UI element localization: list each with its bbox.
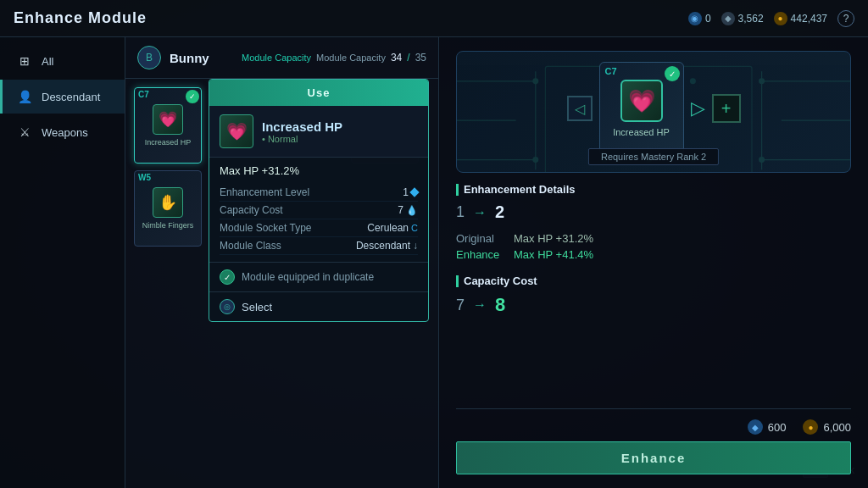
currency-crystal: ◆ 3,562 xyxy=(721,12,764,25)
select-label: Select xyxy=(242,301,272,313)
sidebar-item-descendant[interactable]: 👤 Descendant xyxy=(0,80,125,114)
module-icon-nimble: ✋ xyxy=(153,187,183,218)
preview-module-card: C7 ✓ 💗 Increased HP xyxy=(599,62,684,155)
cap-arrow-icon: → xyxy=(473,297,487,313)
module-rank-w5: W5 xyxy=(138,173,151,182)
avatar-letter: B xyxy=(146,52,153,64)
window-title: Enhance Module xyxy=(14,9,147,27)
stat-value-level: 1 xyxy=(403,186,418,198)
popup-equipped: ✓ Module equipped in duplicate xyxy=(209,263,428,292)
capacity-label: Module Capacity xyxy=(242,53,311,63)
cost-blue-value: 600 xyxy=(768,421,787,434)
currency-orb-value: 0 xyxy=(705,13,711,25)
capacity-label-text: Module Capacity xyxy=(316,53,386,63)
sidebar-weapons-label: Weapons xyxy=(42,126,88,139)
right-arrow-icon: ▷ xyxy=(691,97,705,119)
content-area: ⊞ All 👤 Descendant ⚔ Weapons B Bunny Mo xyxy=(0,37,868,488)
use-button[interactable]: Use xyxy=(209,80,428,106)
popup-stat-main: Max HP +31.2% xyxy=(220,164,418,177)
level-arrow-icon: → xyxy=(473,205,487,220)
module-rank-c7: C7 xyxy=(138,90,149,99)
capacity-compare: 7 → 8 xyxy=(456,294,851,316)
top-bar-right: ◉ 0 ◆ 3,562 ● 442,437 ? xyxy=(688,10,854,27)
cap-to: 8 xyxy=(495,294,505,316)
gold-coin-icon: ● xyxy=(803,419,818,435)
capacity-cost-title: Capacity Cost xyxy=(456,274,851,287)
enhancement-details-title: Enhancement Details xyxy=(456,183,851,196)
original-value: Max HP +31.2% xyxy=(514,232,593,245)
stat-value-socket: Cerulean C xyxy=(367,222,418,234)
module-name-hp: Increased HP xyxy=(145,138,192,147)
stat-value-class: Descendant ↓ xyxy=(356,240,418,252)
cost-gold-coins: ● 6,000 xyxy=(803,419,851,435)
popup-stat-row-class: Module Class Descendant ↓ xyxy=(220,237,418,255)
main-container: Enhance Module ◉ 0 ◆ 3,562 ● 442,437 ? ⊞… xyxy=(0,0,868,488)
enhancement-level: 1 → 2 xyxy=(456,202,851,222)
sidebar-item-all[interactable]: ⊞ All xyxy=(0,44,125,78)
module-capacity: Module Capacity Module Capacity 34 / 35 xyxy=(242,52,426,64)
section-bar-icon xyxy=(456,184,459,196)
capacity-current: 34 xyxy=(391,52,402,64)
currency-gold-icon: ● xyxy=(774,12,787,25)
currency-gold-value: 442,437 xyxy=(791,13,827,25)
sidebar-item-weapons[interactable]: ⚔ Weapons xyxy=(0,115,125,149)
enhance-button[interactable]: Enhance xyxy=(456,441,851,474)
mastery-text: Requires Mastery Rank 2 xyxy=(601,152,706,162)
popup-stat-row-level: Enhancement Level 1 xyxy=(220,184,418,202)
module-icon-hp: 💗 xyxy=(153,104,183,135)
enhance-label: Enhance xyxy=(456,248,507,261)
stat-label-level: Enhancement Level xyxy=(220,186,309,198)
level-from: 1 xyxy=(456,203,465,221)
sidebar-descendant-label: Descendant xyxy=(42,91,100,103)
popup-stat-row-cost: Capacity Cost 7 💧 xyxy=(220,202,418,219)
popup-stat-row-socket: Module Socket Type Cerulean C xyxy=(220,219,418,237)
module-row-1: C7 ✓ 💗 Increased HP Use 💗 Increased HP •… xyxy=(134,87,430,164)
currency-gold: ● 442,437 xyxy=(774,12,827,25)
stat-label-socket: Module Socket Type xyxy=(220,222,312,234)
preview-module-icon: 💗 xyxy=(620,80,663,122)
popup-module-name: Increased HP xyxy=(262,119,342,134)
module-card-increased-hp[interactable]: C7 ✓ 💗 Increased HP xyxy=(134,87,202,164)
all-icon: ⊞ xyxy=(16,53,33,69)
descendant-icon: 👤 xyxy=(16,88,33,105)
currency-crystal-value: 3,562 xyxy=(738,13,764,25)
class-icon: ↓ xyxy=(413,240,418,252)
currency-orb: ◉ 0 xyxy=(688,12,711,25)
svg-point-15 xyxy=(690,78,696,84)
capacity-max: 35 xyxy=(415,52,426,64)
currency-orb-icon: ◉ xyxy=(688,12,702,25)
cap-from: 7 xyxy=(456,297,465,314)
enhance-bottom: ◆ 600 ● 6,000 Enhance xyxy=(456,408,851,474)
character-avatar: B xyxy=(137,46,161,69)
select-button[interactable]: ◎ Select xyxy=(209,292,428,321)
equipped-check-icon: ✓ xyxy=(220,269,235,285)
currency-crystal-icon: ◆ xyxy=(721,12,735,25)
capacity-cost-section: Capacity Cost 7 → 8 xyxy=(456,274,851,316)
popup-stats: Max HP +31.2% Enhancement Level 1 Capaci… xyxy=(209,158,428,263)
preview-rank: C7 xyxy=(605,66,617,76)
preview-module-name: Increased HP xyxy=(613,127,670,137)
module-popup: Use 💗 Increased HP • Normal Max HP +31.2… xyxy=(209,79,429,322)
level-to: 2 xyxy=(495,202,504,222)
select-icon: ◎ xyxy=(220,299,235,314)
capacity-separator: / xyxy=(407,52,409,64)
socket-type-icon: C xyxy=(411,223,418,233)
sidebar: ⊞ All 👤 Descendant ⚔ Weapons xyxy=(0,37,125,488)
character-name: Bunny xyxy=(170,51,209,65)
circuit-container: ◁ C7 ✓ 💗 Increased HP ▷ + Requires Maste… xyxy=(456,51,851,173)
equipped-label: Module equipped in duplicate xyxy=(242,271,374,283)
module-card-nimble-fingers[interactable]: W5 ✋ Nimble Fingers xyxy=(134,170,202,247)
sidebar-all-label: All xyxy=(42,55,53,68)
enhance-value: Max HP +41.4% xyxy=(514,248,593,261)
char-header: B Bunny Module Capacity Module Capacity … xyxy=(125,37,438,79)
section-bar-cap-icon xyxy=(456,275,459,287)
module-grid: C7 ✓ 💗 Increased HP Use 💗 Increased HP •… xyxy=(125,79,438,488)
mastery-badge: Requires Mastery Rank 2 xyxy=(588,148,719,165)
enhance-cost: ◆ 600 ● 6,000 xyxy=(456,419,851,435)
stat-compare-original: Original Max HP +31.2% xyxy=(456,232,851,245)
popup-module-info: Increased HP • Normal xyxy=(262,119,342,144)
stat-label-class: Module Class xyxy=(220,240,281,252)
stat-value-cost: 7 💧 xyxy=(398,204,418,216)
top-bar: Enhance Module ◉ 0 ◆ 3,562 ● 442,437 ? xyxy=(0,0,868,37)
help-button[interactable]: ? xyxy=(837,10,854,27)
